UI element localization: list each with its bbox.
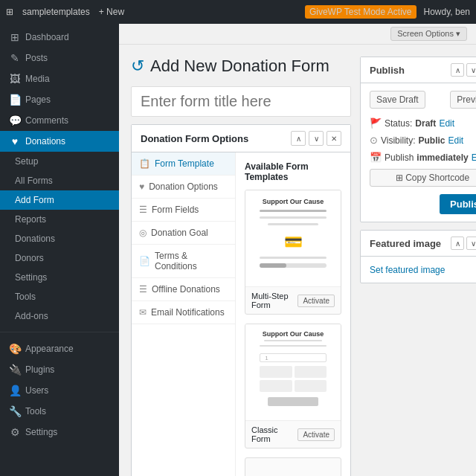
template-card-multi-step[interactable]: Support Our Cause 💳 <box>245 190 341 315</box>
sidebar-item-donations-sub[interactable]: Donations <box>0 229 119 248</box>
sidebar-label-appearance: Appearance <box>25 344 74 354</box>
form-nav-donation-options[interactable]: ♥ Donation Options <box>132 176 235 199</box>
sidebar-item-users[interactable]: 👤 Users <box>0 380 119 401</box>
page-title-wrap: ↺ Add New Donation Form <box>131 57 351 76</box>
donation-goal-icon: ◎ <box>139 228 147 238</box>
form-nav-form-template[interactable]: 📋 Form Template <box>132 152 235 176</box>
classic-subtitle-line <box>264 340 322 341</box>
sidebar-label-settings-sub: Settings <box>15 272 47 283</box>
form-nav-label-form-fields: Form Fields <box>152 205 199 215</box>
status-row: 🚩 Status: Draft Edit <box>370 118 476 129</box>
sidebar-label-settings: Settings <box>25 427 57 437</box>
templates-title: Available Form Templates <box>245 161 341 182</box>
wp-logo-icon: ⊞ <box>6 7 13 17</box>
classic-grid-3 <box>260 380 292 392</box>
publish-collapse-button[interactable]: ∧ <box>451 63 464 77</box>
preview-button[interactable]: Preview <box>450 91 476 109</box>
classic-submit-btn <box>268 397 318 406</box>
sidebar-item-plugins[interactable]: 🔌 Plugins <box>0 359 119 380</box>
sidebar-item-pages[interactable]: 📄 Pages <box>0 89 119 110</box>
classic-grid <box>260 366 327 392</box>
featured-collapse-button[interactable]: ∧ <box>451 237 464 250</box>
save-draft-button[interactable]: Save Draft <box>370 91 425 109</box>
publish-button[interactable]: Publish <box>440 194 476 214</box>
sidebar-item-appearance[interactable]: 🎨 Appearance <box>0 338 119 359</box>
status-value: Draft <box>415 118 436 129</box>
howdy-text: Howdy, ben <box>424 7 470 17</box>
sidebar-item-setup[interactable]: Setup <box>0 152 119 171</box>
screen-options-button[interactable]: Screen Options ▾ <box>390 27 467 41</box>
form-nav-donation-goal[interactable]: ◎ Donation Goal <box>132 222 235 245</box>
template-footer-multi: Multi-Step Form Activate <box>245 287 341 314</box>
donation-form-options-panel: Donation Form Options ∧ ∨ ✕ 📋 Form T <box>131 124 351 476</box>
publish-time-edit-link[interactable]: Edit <box>472 152 476 163</box>
panel-body: 📋 Form Template ♥ Donation Options ☰ For… <box>132 152 350 476</box>
featured-image-title: Featured image <box>370 238 441 249</box>
screen-options-bar: Screen Options ▾ <box>119 24 476 45</box>
form-nav-terms[interactable]: 📄 Terms & Conditions <box>132 245 235 278</box>
sidebar-item-all-forms[interactable]: All Forms <box>0 171 119 190</box>
form-nav-offline[interactable]: ☰ Offline Donations <box>132 278 235 301</box>
sidebar-label-pages: Pages <box>25 94 51 105</box>
publish-title: Publish <box>370 65 405 76</box>
sidebar-item-addons[interactable]: Add-ons <box>0 306 119 326</box>
sidebar-item-tools[interactable]: 🔧 Tools <box>0 401 119 422</box>
panel-expand-button[interactable]: ∨ <box>309 131 324 146</box>
featured-image-body: Set featured image <box>361 257 476 283</box>
classic-amount-input: 1 <box>260 353 327 362</box>
featured-expand-button[interactable]: ∨ <box>466 237 476 250</box>
terms-icon: 📄 <box>139 256 150 266</box>
offline-icon: ☰ <box>139 284 147 295</box>
activate-multi-button[interactable]: Activate <box>298 295 335 307</box>
panel-close-button[interactable]: ✕ <box>327 131 341 146</box>
copy-shortcode-button[interactable]: ⊞ Copy Shortcode <box>370 169 476 187</box>
sidebar-item-tools-sub[interactable]: Tools <box>0 287 119 306</box>
sidebar-item-media[interactable]: 🖼 Media <box>0 68 119 89</box>
classic-title: Support Our Cause <box>263 330 324 338</box>
sidebar-item-dashboard[interactable]: ⊞ Dashboard <box>0 27 119 48</box>
status-label: Status: <box>385 118 412 129</box>
new-button[interactable]: + New <box>99 7 124 17</box>
publish-controls: ∧ ∨ ✕ <box>451 63 476 77</box>
form-nav-form-fields[interactable]: ☰ Form Fields <box>132 199 235 222</box>
template-card-classic[interactable]: Support Our Cause 1 <box>245 324 341 448</box>
panel-collapse-button[interactable]: ∧ <box>291 131 306 146</box>
sidebar-label-plugins: Plugins <box>25 364 54 375</box>
sidebar-label-users: Users <box>25 385 48 396</box>
publish-btn-row: Publish <box>370 194 476 214</box>
sidebar-item-settings[interactable]: ⚙ Settings <box>0 422 119 443</box>
sidebar-item-posts[interactable]: ✎ Posts <box>0 48 119 68</box>
content-area: Screen Options ▾ ↺ Add New Donation Form… <box>119 24 476 476</box>
form-title-input[interactable] <box>131 86 351 117</box>
sidebar-item-settings-sub[interactable]: Settings <box>0 268 119 287</box>
status-edit-link[interactable]: Edit <box>439 118 454 129</box>
preview-line-2 <box>260 216 327 219</box>
publish-expand-button[interactable]: ∨ <box>466 63 476 77</box>
form-nav-email[interactable]: ✉ Email Notifications <box>132 301 235 324</box>
activate-classic-button[interactable]: Activate <box>298 428 335 441</box>
publish-time-label: Publish <box>385 152 414 163</box>
sidebar-label-tools: Tools <box>25 406 46 416</box>
form-fields-icon: ☰ <box>139 205 147 215</box>
site-name[interactable]: sampletemplates <box>22 7 90 17</box>
preview-line-3 <box>268 223 318 225</box>
sidebar-item-reports[interactable]: Reports <box>0 210 119 229</box>
form-options-nav: 📋 Form Template ♥ Donation Options ☰ For… <box>132 152 236 476</box>
donations-icon: ♥ <box>9 135 21 147</box>
publish-time-row: 📅 Publish immediately Edit <box>370 152 476 163</box>
featured-controls: ∧ ∨ ✕ <box>451 237 476 250</box>
main-column: ↺ Add New Donation Form Donation Form Op… <box>131 57 351 464</box>
panel-title: Donation Form Options <box>141 133 248 144</box>
visibility-edit-link[interactable]: Edit <box>448 135 463 146</box>
sidebar-label-media: Media <box>25 74 50 84</box>
dashboard-icon: ⊞ <box>9 31 21 43</box>
preview-line-1 <box>260 210 327 212</box>
template-card-partial[interactable] <box>245 457 341 476</box>
page-title: Add New Donation Form <box>150 57 329 76</box>
sidebar-item-donations[interactable]: ♥ Donations <box>0 131 119 152</box>
sidebar-item-comments[interactable]: 💬 Comments <box>0 110 119 131</box>
sidebar-item-donors[interactable]: Donors <box>0 248 119 268</box>
set-featured-image-link[interactable]: Set featured image <box>370 265 445 275</box>
sidebar-item-add-form[interactable]: Add Form <box>0 190 119 210</box>
form-nav-label-template: Form Template <box>155 158 214 169</box>
